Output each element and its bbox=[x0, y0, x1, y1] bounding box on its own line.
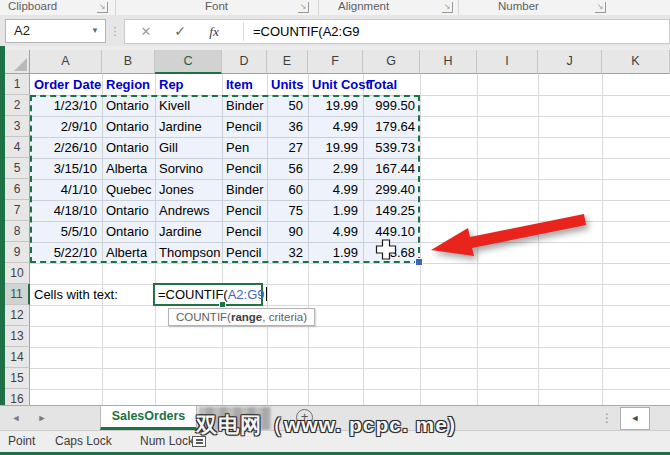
clipboard-dialog-launcher-icon[interactable]: ↘ bbox=[97, 2, 108, 13]
row-header-11[interactable]: 11 bbox=[5, 284, 30, 305]
tab-nav-left-icon[interactable]: ◄ bbox=[8, 406, 24, 430]
overflow-dots-icon[interactable]: ⋮ bbox=[601, 406, 613, 430]
cell-A7[interactable]: 4/18/10 bbox=[30, 200, 102, 221]
cell-A2[interactable]: 1/23/10 bbox=[30, 95, 102, 116]
row-header-14[interactable]: 14 bbox=[5, 347, 30, 368]
cell-G5[interactable]: 167.44 bbox=[363, 158, 420, 179]
row-header-5[interactable]: 5 bbox=[5, 158, 30, 179]
row-header-7[interactable]: 7 bbox=[5, 200, 30, 221]
cell-A11[interactable]: Cells with text: bbox=[30, 284, 154, 305]
cell-A9[interactable]: 5/22/10 bbox=[30, 242, 102, 263]
cell-G7[interactable]: 149.25 bbox=[363, 200, 420, 221]
formula-bar-resize-grip[interactable]: ⋮ bbox=[108, 19, 122, 43]
column-header-J[interactable]: J bbox=[538, 50, 602, 74]
cell-D6[interactable]: Binder bbox=[222, 179, 267, 200]
cell-B4[interactable]: Ontario bbox=[102, 137, 155, 158]
cell-C4[interactable]: Gill bbox=[155, 137, 222, 158]
hscroll-left-button[interactable]: ◄ bbox=[620, 407, 650, 430]
cell-G8[interactable]: 449.10 bbox=[363, 221, 420, 242]
row-header-10[interactable]: 10 bbox=[5, 263, 30, 284]
cell-A8[interactable]: 5/5/10 bbox=[30, 221, 102, 242]
enter-icon[interactable]: ✓ bbox=[167, 20, 193, 43]
cell-D3[interactable]: Pencil bbox=[222, 116, 267, 137]
cell-F6[interactable]: 4.99 bbox=[308, 179, 363, 200]
column-header-G[interactable]: G bbox=[363, 50, 420, 74]
cell-B6[interactable]: Quebec bbox=[102, 179, 155, 200]
cancel-icon[interactable]: ✕ bbox=[133, 20, 159, 43]
select-all-button[interactable] bbox=[5, 50, 30, 74]
column-header-F[interactable]: F bbox=[308, 50, 363, 74]
cell-B9[interactable]: Alberta bbox=[102, 242, 155, 263]
column-header-I[interactable]: I bbox=[477, 50, 538, 74]
cell-B2[interactable]: Ontario bbox=[102, 95, 155, 116]
cell-A6[interactable]: 4/1/10 bbox=[30, 179, 102, 200]
row-header-8[interactable]: 8 bbox=[5, 221, 30, 242]
cell-B8[interactable]: Ontario bbox=[102, 221, 155, 242]
cell-B5[interactable]: Alberta bbox=[102, 158, 155, 179]
cell-E3[interactable]: 36 bbox=[267, 116, 308, 137]
row-header-3[interactable]: 3 bbox=[5, 116, 30, 137]
row-header-16[interactable]: 16 bbox=[5, 389, 30, 405]
cell-F9[interactable]: 1.99 bbox=[308, 242, 363, 263]
cell-F5[interactable]: 2.99 bbox=[308, 158, 363, 179]
row-header-1[interactable]: 1 bbox=[5, 74, 30, 95]
cell-C2[interactable]: Kivell bbox=[155, 95, 222, 116]
formula-input-panel[interactable]: ✕ ✓ fx =COUNTIF(A2:G9 bbox=[124, 19, 670, 44]
tab-salesorders[interactable]: SalesOrders bbox=[100, 406, 197, 430]
cell-E2[interactable]: 50 bbox=[267, 95, 308, 116]
number-dialog-launcher-icon[interactable]: ↘ bbox=[595, 2, 606, 13]
cell-C8[interactable]: Jardine bbox=[155, 221, 222, 242]
row-header-2[interactable]: 2 bbox=[5, 95, 30, 116]
cell-C3[interactable]: Jardine bbox=[155, 116, 222, 137]
column-header-E[interactable]: E bbox=[267, 50, 308, 74]
cell-E7[interactable]: 75 bbox=[267, 200, 308, 221]
tab-nav-right-icon[interactable]: ► bbox=[34, 406, 50, 430]
row-header-4[interactable]: 4 bbox=[5, 137, 30, 158]
cell-B7[interactable]: Ontario bbox=[102, 200, 155, 221]
row-header-6[interactable]: 6 bbox=[5, 179, 30, 200]
cell-E6[interactable]: 60 bbox=[267, 179, 308, 200]
alignment-dialog-launcher-icon[interactable]: ↘ bbox=[442, 2, 453, 13]
column-header-B[interactable]: B bbox=[102, 50, 155, 74]
cell-E4[interactable]: 27 bbox=[267, 137, 308, 158]
cell-D4[interactable]: Pen bbox=[222, 137, 267, 158]
insert-function-icon[interactable]: fx bbox=[201, 20, 227, 43]
name-box[interactable]: A2 ▼ bbox=[5, 19, 106, 43]
cell-F7[interactable]: 1.99 bbox=[308, 200, 363, 221]
row-header-12[interactable]: 12 bbox=[5, 305, 30, 326]
cell-F4[interactable]: 19.99 bbox=[308, 137, 363, 158]
cell-G9[interactable]: 63.68 bbox=[363, 242, 420, 263]
cell-C9[interactable]: Thompson bbox=[155, 242, 222, 263]
column-header-D[interactable]: D bbox=[222, 50, 267, 74]
font-dialog-launcher-icon[interactable]: ↘ bbox=[298, 2, 309, 13]
column-header-A[interactable]: A bbox=[30, 50, 102, 74]
cell-D2[interactable]: Binder bbox=[222, 95, 267, 116]
row-header-13[interactable]: 13 bbox=[5, 326, 30, 347]
cell-G6[interactable]: 299.40 bbox=[363, 179, 420, 200]
cell-editor-C11[interactable]: =COUNTIF(A2:G9 bbox=[153, 283, 263, 306]
column-header-K[interactable]: K bbox=[602, 50, 670, 74]
cell-F3[interactable]: 4.99 bbox=[308, 116, 363, 137]
column-header-H[interactable]: H bbox=[420, 50, 477, 74]
cell-G1[interactable]: Total bbox=[363, 74, 434, 95]
cell-F2[interactable]: 19.99 bbox=[308, 95, 363, 116]
cell-A4[interactable]: 2/26/10 bbox=[30, 137, 102, 158]
row-header-9[interactable]: 9 bbox=[5, 242, 30, 263]
cell-D8[interactable]: Pencil bbox=[222, 221, 267, 242]
cell-C7[interactable]: Andrews bbox=[155, 200, 222, 221]
cell-A5[interactable]: 3/15/10 bbox=[30, 158, 102, 179]
name-box-dropdown-icon[interactable]: ▼ bbox=[91, 20, 99, 42]
cell-E9[interactable]: 32 bbox=[267, 242, 308, 263]
cell-A3[interactable]: 2/9/10 bbox=[30, 116, 102, 137]
row-header-15[interactable]: 15 bbox=[5, 368, 30, 389]
cell-E5[interactable]: 56 bbox=[267, 158, 308, 179]
cell-C5[interactable]: Sorvino bbox=[155, 158, 222, 179]
cell-B3[interactable]: Ontario bbox=[102, 116, 155, 137]
column-header-C[interactable]: C bbox=[155, 50, 222, 74]
cell-E8[interactable]: 90 bbox=[267, 221, 308, 242]
cell-D5[interactable]: Pencil bbox=[222, 158, 267, 179]
cell-F8[interactable]: 4.99 bbox=[308, 221, 363, 242]
cell-C6[interactable]: Jones bbox=[155, 179, 222, 200]
cell-G3[interactable]: 179.64 bbox=[363, 116, 420, 137]
cell-D7[interactable]: Pencil bbox=[222, 200, 267, 221]
